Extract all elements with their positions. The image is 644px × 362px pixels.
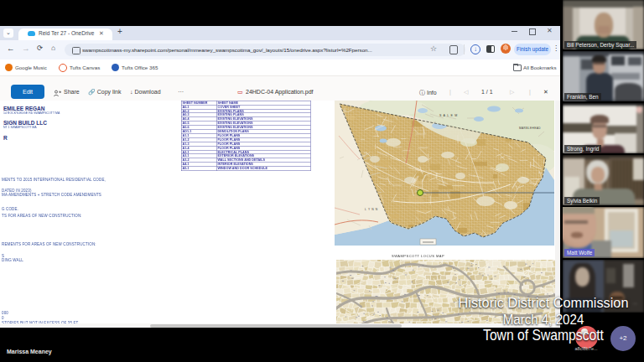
svg-text:S A L E M: S A L E M (439, 114, 458, 117)
svg-text:L Y N N: L Y N N (365, 208, 378, 211)
svg-text:MARBLEHEAD: MARBLEHEAD (519, 127, 541, 130)
